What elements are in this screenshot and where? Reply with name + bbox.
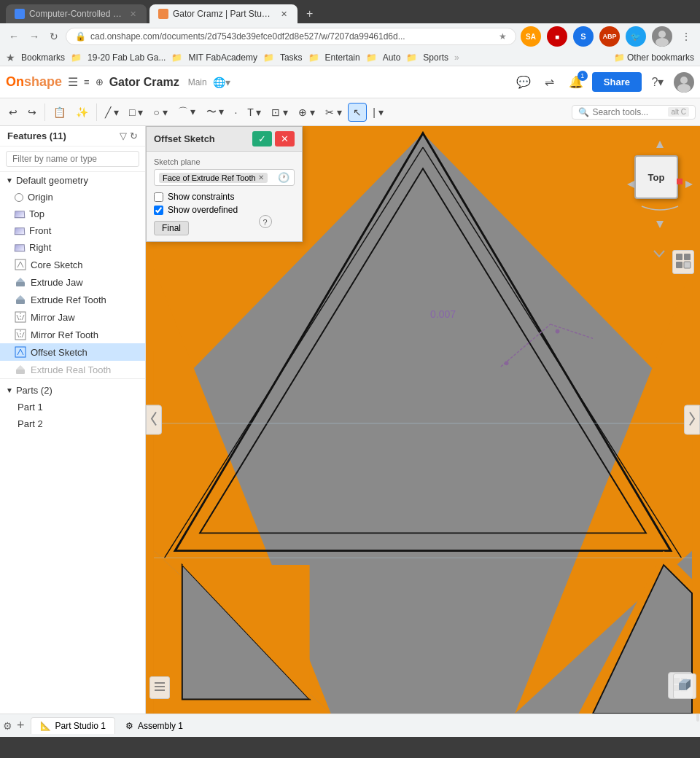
- rect-tool[interactable]: □ ▾: [125, 103, 147, 121]
- feature-item-offset-sketch[interactable]: Offset Sketch: [0, 343, 145, 361]
- add-tab-button[interactable]: +: [17, 718, 25, 733]
- zoom-tool[interactable]: | ▾: [368, 103, 388, 121]
- help-icon[interactable]: ?▾: [648, 72, 668, 93]
- profile-bird[interactable]: 🐦: [626, 26, 646, 47]
- cube-face-top[interactable]: Top: [634, 155, 678, 199]
- sidebar-filter-icon[interactable]: ▽: [120, 130, 127, 141]
- part-studio-icon: 📐: [40, 721, 51, 731]
- tab-close-1[interactable]: ✕: [128, 9, 138, 19]
- view-cube[interactable]: Top: [620, 133, 693, 228]
- feature-item-origin[interactable]: Origin: [0, 189, 145, 206]
- sketch-plane-history-icon[interactable]: 🕐: [278, 172, 289, 183]
- address-bar[interactable]: 🔒 cad.onshape.com/documents/2d7543de39ef…: [66, 28, 516, 45]
- view-cube-down-arrow[interactable]: [652, 249, 666, 261]
- part-item-1[interactable]: Part 1: [0, 399, 145, 415]
- part-item-2[interactable]: Part 2: [0, 415, 145, 432]
- new-tab-button[interactable]: +: [300, 4, 319, 23]
- forward-button[interactable]: →: [26, 28, 42, 45]
- undo-button[interactable]: ↩: [4, 103, 22, 121]
- connect-icon[interactable]: ⇌: [540, 72, 560, 93]
- chat-icon[interactable]: 💬: [513, 72, 534, 93]
- profile-s[interactable]: S: [573, 26, 594, 47]
- bookmark-bookmarks[interactable]: Bookmarks: [21, 52, 65, 63]
- search-input[interactable]: [592, 107, 665, 117]
- hamburger-menu[interactable]: ☰: [68, 75, 78, 89]
- show-constraints-checkbox[interactable]: [154, 192, 163, 202]
- profile-user[interactable]: [652, 26, 672, 47]
- feature-item-right[interactable]: Right: [0, 239, 145, 256]
- bookmark-entertain[interactable]: Entertain: [325, 52, 360, 63]
- tab-assembly-1[interactable]: ⚙ Assembly 1: [117, 718, 192, 734]
- display-mode-button[interactable]: [672, 250, 694, 274]
- show-overdefined-checkbox[interactable]: [154, 206, 163, 215]
- app-title: Gator Cramz: [109, 76, 179, 89]
- sidebar-reload-icon[interactable]: ↻: [130, 130, 138, 141]
- trim-tool[interactable]: ✂ ▾: [321, 103, 346, 121]
- plane-icon-top: [15, 211, 26, 218]
- redo-button[interactable]: ↪: [23, 103, 41, 121]
- back-button[interactable]: ←: [6, 28, 22, 45]
- sketch-plane-field[interactable]: Face of Extrude Ref Tooth ✕ 🕐: [154, 169, 295, 186]
- dialog-final-button[interactable]: Final: [154, 221, 189, 235]
- feature-item-mirror-jaw[interactable]: Mirror Jaw: [0, 308, 145, 326]
- parts-group-header[interactable]: ▼ Parts (2): [0, 382, 145, 399]
- dialog-help-button[interactable]: ?: [259, 215, 272, 228]
- tab-part-studio-1[interactable]: 📐 Part Studio 1: [31, 717, 115, 734]
- menu-button[interactable]: ⋮: [678, 28, 694, 45]
- dialog-ok-button[interactable]: ✓: [252, 131, 272, 146]
- bookmark-fabacademy[interactable]: MIT FabAcademy: [188, 52, 257, 63]
- panel-toggle-left[interactable]: [146, 405, 162, 435]
- point-tool[interactable]: ·: [230, 103, 241, 121]
- group-label: Default geometry: [16, 175, 88, 186]
- feature-item-mirror-ref-tooth[interactable]: Mirror Ref Tooth: [0, 326, 145, 343]
- transform-tool[interactable]: ⊕ ▾: [294, 103, 319, 121]
- bookmark-sports[interactable]: Sports: [423, 52, 448, 63]
- feature-item-extrude-ref-tooth[interactable]: Extrude Ref Tooth: [0, 291, 145, 308]
- refresh-button[interactable]: ↻: [47, 28, 61, 45]
- feature-name-extrude-jaw: Extrude Jaw: [31, 277, 83, 288]
- browser-tab-1[interactable]: Computer-Controlled Cutting... ✕: [6, 4, 147, 23]
- share-button[interactable]: Share: [592, 72, 642, 92]
- spline-tool[interactable]: 〜 ▾: [202, 103, 229, 122]
- sketch-plane-tag-close[interactable]: ✕: [258, 173, 264, 181]
- dimension-label: 0.007: [430, 308, 456, 320]
- globe-icon[interactable]: 🌐▾: [213, 77, 230, 88]
- toolbar-search[interactable]: 🔍 alt C: [572, 105, 696, 120]
- profile-abp[interactable]: ABP: [599, 26, 620, 47]
- bookmark-other[interactable]: 📁 Other bookmarks: [614, 52, 694, 63]
- feature-item-extrude-jaw[interactable]: Extrude Jaw: [0, 273, 145, 291]
- feature-item-extrude-real-tooth[interactable]: Extrude Real Tooth: [0, 361, 145, 378]
- clipboard-btn[interactable]: 📋: [49, 103, 70, 121]
- list-icon-button[interactable]: [149, 676, 170, 699]
- panel-toggle-right[interactable]: [684, 405, 700, 435]
- user-avatar[interactable]: [674, 72, 694, 93]
- profile-sa[interactable]: SA: [521, 26, 541, 47]
- browser-tab-2[interactable]: Gator Cramz | Part Studio 1 ✕: [149, 4, 298, 23]
- feature-item-front[interactable]: Front: [0, 222, 145, 239]
- profile-red[interactable]: ■: [547, 26, 567, 47]
- tab-settings-icon[interactable]: ⚙: [3, 720, 12, 732]
- select-tool[interactable]: ↖: [348, 103, 367, 122]
- features-menu[interactable]: ≡: [84, 77, 90, 87]
- text-tool[interactable]: T ▾: [243, 103, 265, 121]
- offset-tool[interactable]: ⊡ ▾: [267, 103, 292, 121]
- magic-btn[interactable]: ✨: [71, 103, 93, 121]
- svg-point-29: [505, 361, 509, 365]
- feature-name-core-sketch: Core Sketch: [31, 259, 83, 270]
- bookmark-fablab[interactable]: 19-20 Fab Lab Ga...: [88, 52, 166, 63]
- add-feature-btn[interactable]: ⊕: [96, 77, 104, 87]
- bookmark-auto[interactable]: Auto: [383, 52, 401, 63]
- notification-icon[interactable]: 🔔 1: [566, 72, 586, 93]
- feature-filter-input[interactable]: [6, 151, 139, 167]
- circle-tool[interactable]: ○ ▾: [149, 103, 171, 121]
- bookmark-tasks[interactable]: Tasks: [280, 52, 303, 63]
- feature-item-top[interactable]: Top: [0, 206, 145, 222]
- feature-item-core-sketch[interactable]: Core Sketch: [0, 256, 145, 273]
- default-geometry-group[interactable]: ▼ Default geometry: [0, 172, 145, 189]
- line-tool[interactable]: ╱ ▾: [101, 103, 123, 121]
- svg-point-3: [677, 84, 691, 93]
- tab-close-2[interactable]: ✕: [279, 9, 289, 19]
- 3d-icon-button[interactable]: [673, 673, 696, 699]
- arc-tool[interactable]: ⌒ ▾: [174, 103, 201, 122]
- dialog-cancel-button[interactable]: ✕: [275, 131, 295, 146]
